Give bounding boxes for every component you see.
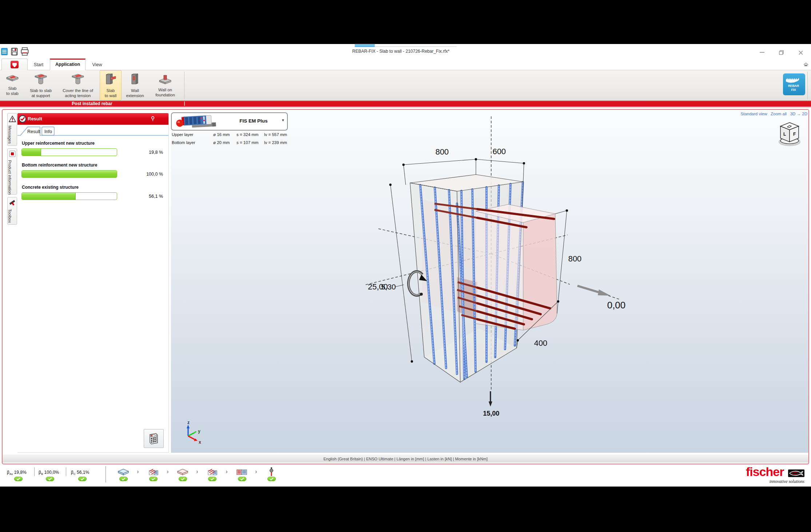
svg-text:L: L: [783, 132, 786, 137]
svg-text:F: F: [793, 132, 796, 137]
svg-text:600: 600: [493, 147, 506, 156]
svg-text:0,00: 0,00: [607, 300, 626, 311]
svg-text:Result: Result: [27, 129, 40, 134]
svg-text:400: 400: [534, 339, 548, 348]
svg-text:y: y: [198, 429, 200, 434]
svg-text:z: z: [187, 420, 190, 425]
svg-text:15,00: 15,00: [483, 410, 499, 417]
svg-text:REBAR: REBAR: [788, 84, 799, 88]
svg-text:800: 800: [436, 147, 449, 156]
svg-text:5,30: 5,30: [381, 283, 396, 291]
svg-text:x: x: [199, 440, 201, 445]
svg-text:FIX: FIX: [791, 88, 796, 92]
svg-text:Info: Info: [44, 129, 52, 134]
svg-text:800: 800: [568, 254, 582, 263]
